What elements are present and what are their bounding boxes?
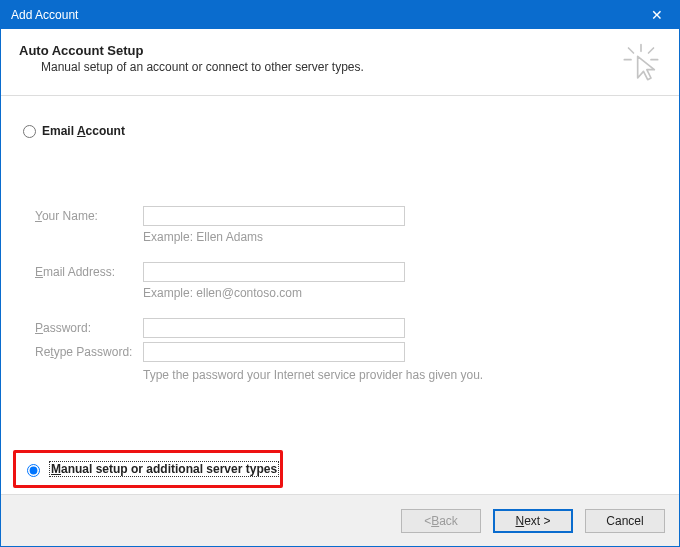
radio-manual-setup-input[interactable] [27,464,40,477]
titlebar: Add Account ✕ [1,1,679,29]
radio-manual-setup[interactable]: Manual setup or additional server types [13,450,283,488]
label-email: Email Address: [35,265,143,279]
radio-email-account-input[interactable] [23,125,36,138]
row-email: Email Address: [35,262,657,282]
row-retype-password: Retype Password: [35,342,657,362]
hint-password-row: Type the password your Internet service … [35,368,657,382]
account-form: Your Name: Example: Ellen Adams Email Ad… [35,206,657,382]
cancel-button[interactable]: Cancel [585,509,665,533]
input-your-name [143,206,405,226]
hint-email-row: Example: ellen@contoso.com [35,286,657,300]
wizard-content: Email Account Your Name: Example: Ellen … [1,96,679,494]
wizard-header-text: Auto Account Setup Manual setup of an ac… [19,43,364,74]
back-button: < Back [401,509,481,533]
row-your-name: Your Name: [35,206,657,226]
input-password [143,318,405,338]
svg-line-3 [629,48,634,53]
svg-line-4 [649,48,654,53]
radio-manual-setup-label: Manual setup or additional server types [49,461,279,477]
cursor-click-icon [621,43,661,83]
close-icon: ✕ [651,7,663,23]
label-retype-password: Retype Password: [35,345,143,359]
wizard-header: Auto Account Setup Manual setup of an ac… [1,29,679,96]
hint-your-name: Example: Ellen Adams [143,230,263,244]
input-retype-password [143,342,405,362]
next-button[interactable]: Next > [493,509,573,533]
radio-email-account[interactable]: Email Account [23,124,657,138]
label-password: Password: [35,321,143,335]
hint-email: Example: ellen@contoso.com [143,286,302,300]
row-password: Password: [35,318,657,338]
input-email [143,262,405,282]
add-account-dialog: Add Account ✕ Auto Account Setup Manual … [0,0,680,547]
wizard-title: Auto Account Setup [19,43,364,58]
close-button[interactable]: ✕ [635,1,679,29]
hint-your-name-row: Example: Ellen Adams [35,230,657,244]
radio-email-account-label: Email Account [42,124,125,138]
wizard-footer: < Back Next > Cancel [1,494,679,546]
window-title: Add Account [11,8,78,22]
wizard-subtitle: Manual setup of an account or connect to… [41,60,364,74]
hint-password: Type the password your Internet service … [143,368,483,382]
label-your-name: Your Name: [35,209,143,223]
